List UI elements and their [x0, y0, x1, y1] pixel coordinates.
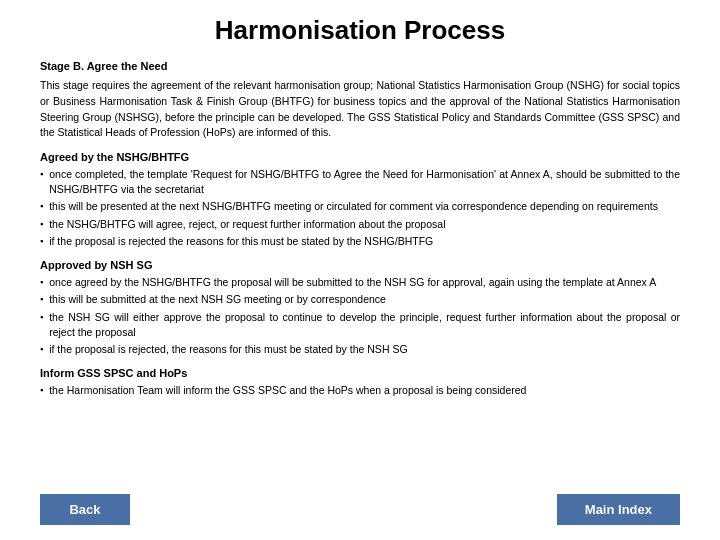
- back-button[interactable]: Back: [40, 494, 130, 525]
- main-index-button[interactable]: Main Index: [557, 494, 680, 525]
- section-nshg: Agreed by the NSHG/BHTFG once completed,…: [40, 151, 680, 249]
- list-item: once agreed by the NSHG/BHTFG the propos…: [40, 275, 680, 290]
- stage-heading: Stage B. Agree the Need: [40, 60, 680, 72]
- list-item: this will be submitted at the next NSH S…: [40, 292, 680, 307]
- section-gss-heading: Inform GSS SPSC and HoPs: [40, 367, 680, 379]
- section-nshsg: Approved by NSH SG once agreed by the NS…: [40, 259, 680, 357]
- button-row: Back Main Index: [0, 494, 720, 525]
- list-item: if the proposal is rejected, the reasons…: [40, 342, 680, 357]
- list-item: the NSH SG will either approve the propo…: [40, 310, 680, 340]
- section-nshsg-list: once agreed by the NSHG/BHTFG the propos…: [40, 275, 680, 357]
- section-gss-list: the Harmonisation Team will inform the G…: [40, 383, 680, 398]
- list-item: if the proposal is rejected the reasons …: [40, 234, 680, 249]
- section-gss: Inform GSS SPSC and HoPs the Harmonisati…: [40, 367, 680, 398]
- list-item: the NSHG/BHTFG will agree, reject, or re…: [40, 217, 680, 232]
- list-item: this will be presented at the next NSHG/…: [40, 199, 680, 214]
- list-item: the Harmonisation Team will inform the G…: [40, 383, 680, 398]
- page-container: Harmonisation Process Stage B. Agree the…: [0, 0, 720, 540]
- page-title: Harmonisation Process: [40, 15, 680, 46]
- intro-text: This stage requires the agreement of the…: [40, 78, 680, 141]
- list-item: once completed, the template 'Request fo…: [40, 167, 680, 197]
- section-nshsg-heading: Approved by NSH SG: [40, 259, 680, 271]
- section-nshg-list: once completed, the template 'Request fo…: [40, 167, 680, 249]
- section-nshg-heading: Agreed by the NSHG/BHTFG: [40, 151, 680, 163]
